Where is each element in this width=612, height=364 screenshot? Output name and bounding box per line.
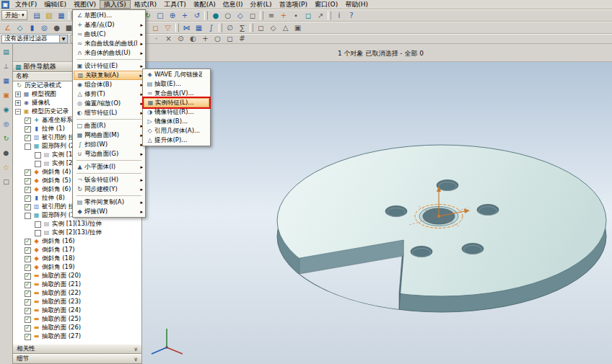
tree-row[interactable]: 抽取的面 (21) <box>13 280 141 289</box>
menu-information[interactable]: 信息(I) <box>219 0 247 9</box>
bolt-hole[interactable] <box>477 205 499 216</box>
menu-preferences[interactable]: 首选项(P) <box>276 0 311 9</box>
bolt-hole[interactable] <box>385 206 407 217</box>
history-palette-icon[interactable]: ↻ <box>1 133 12 143</box>
shell-icon[interactable]: ◻ <box>149 22 162 33</box>
trim-body-icon[interactable]: ▽ <box>162 22 174 33</box>
suppress-checkbox[interactable] <box>25 265 31 271</box>
menu-help[interactable]: 帮助(H) <box>341 0 372 9</box>
bolt-hole[interactable] <box>462 244 484 254</box>
insert-combine-bodies-item[interactable]: ◉ 组合体(B) ▸ <box>74 80 144 89</box>
insert-surface-item[interactable]: □ 曲面(R) ▸ <box>74 121 144 130</box>
snap-intersection-icon[interactable]: × <box>162 33 175 44</box>
insert-facet-body-item[interactable]: ▲ 小平面体(I) ▸ <box>74 162 144 172</box>
expander-icon[interactable] <box>15 109 21 115</box>
tree-row[interactable]: 抽取的面 (26) <box>13 324 141 332</box>
insert-sweep-item[interactable]: ∫ 扫掠(W) ▸ <box>74 140 144 149</box>
insert-datum-point-item[interactable]: + 基准/点(D) ▸ <box>74 20 144 30</box>
shaded-display-icon[interactable]: ● <box>209 10 222 21</box>
snap-on-face-icon[interactable]: ◻ <box>224 33 236 44</box>
details-section[interactable]: 细节 ∨ <box>13 354 141 364</box>
tree-row[interactable]: 倒斜角 (16) <box>13 237 141 246</box>
dependencies-section[interactable]: 相关性 ∨ <box>13 344 141 354</box>
graphics-window[interactable] <box>142 62 612 364</box>
tree-row[interactable]: 倒斜角 (19) <box>13 263 141 272</box>
menu-insert[interactable]: 插入(S) <box>100 0 131 9</box>
wireframe-display-icon[interactable]: ○ <box>222 10 234 21</box>
wave-geometry-linker-item[interactable]: ◈ WAVE 几何链接器(W)... ▸ <box>144 70 209 79</box>
new-file-icon[interactable]: ▤ <box>30 10 43 21</box>
suppress-checkbox[interactable] <box>25 169 31 176</box>
snap-existing-point-icon[interactable]: + <box>199 33 211 44</box>
extrude-icon[interactable]: ▮ <box>26 22 38 33</box>
tree-row[interactable]: 抽取的面 (27) <box>13 332 141 341</box>
suppress-checkbox[interactable] <box>25 135 31 141</box>
menu-tools[interactable]: 工具(T) <box>160 0 190 9</box>
promote-body-item[interactable]: △ 提升体(P)... ▸ <box>144 136 209 145</box>
start-button[interactable]: 开始·▾ <box>1 10 27 20</box>
snap-midpoint-icon[interactable]: · <box>150 33 162 44</box>
analysis-icon[interactable]: ∑ <box>236 22 248 33</box>
suppress-checkbox[interactable] <box>25 299 31 306</box>
pan-view-icon[interactable]: + <box>178 10 191 21</box>
constraint-navigator-icon[interactable]: ⊥ <box>1 61 12 71</box>
insert-sheet-metal-item[interactable]: ¬ 钣金特征(H) ▸ <box>74 175 144 185</box>
insert-detail-feature-item[interactable]: ◐ 细节特征(L) ▸ <box>74 108 144 117</box>
system-scenes-icon[interactable]: □ <box>1 177 12 187</box>
suppress-checkbox[interactable] <box>25 117 31 124</box>
suppress-checkbox[interactable] <box>35 221 41 228</box>
menu-analysis[interactable]: 分析(L) <box>247 0 276 9</box>
snap-arc-center-icon[interactable]: ⊙ <box>175 33 187 44</box>
insert-interpart-copy-item[interactable]: ▤ 零件间复制(A) ▸ <box>74 197 144 207</box>
roles-icon[interactable]: ◇ <box>1 162 12 172</box>
suppress-checkbox[interactable] <box>25 187 31 193</box>
suppress-checkbox[interactable] <box>25 308 31 314</box>
perspective-icon[interactable]: ◻ <box>246 10 258 21</box>
suppress-checkbox[interactable] <box>25 282 31 288</box>
tree-row[interactable]: 抽取的面 (23) <box>13 298 141 306</box>
orient-view-icon[interactable]: ◇ <box>234 10 246 21</box>
part-navigator-icon[interactable]: ▦ <box>1 76 12 86</box>
suppress-checkbox[interactable] <box>25 273 31 280</box>
measure-distance-icon[interactable]: ∅ <box>224 22 236 33</box>
model-viewport-canvas[interactable] <box>142 62 612 364</box>
tree-row[interactable]: 实例 [1](13)/拉伸 <box>13 220 141 228</box>
suppress-checkbox[interactable] <box>25 195 31 202</box>
vector-constructor-icon[interactable]: ↗ <box>314 10 326 21</box>
suppress-checkbox[interactable] <box>25 204 31 210</box>
suppress-checkbox[interactable] <box>25 256 31 262</box>
selection-filter-dropdown[interactable]: 没有选择过滤器 ▼ <box>1 35 68 43</box>
sweep-icon[interactable]: ∫ <box>205 22 217 33</box>
save-icon[interactable]: ▦ <box>55 10 67 21</box>
menu-view[interactable]: 视图(V) <box>70 0 100 9</box>
insert-sketch-item[interactable]: ∠ 草图(H)... ▸ <box>74 11 144 20</box>
instance-feature-item[interactable]: ▦ 实例特征(L)... ▸ <box>144 98 209 107</box>
isometric-view-icon[interactable]: ◇ <box>267 22 279 33</box>
point-constructor-icon[interactable]: ∙ <box>289 10 302 21</box>
suppress-checkbox[interactable] <box>35 152 41 159</box>
sketch-icon[interactable]: ∠ <box>1 22 14 33</box>
insert-associative-copy-item[interactable]: ▥ 关联复制(A) ▸ <box>74 71 144 80</box>
tree-row[interactable]: 抽取的面 (22) <box>13 289 141 298</box>
tree-row[interactable]: 抽取的面 (20) <box>13 272 141 280</box>
menu-file[interactable]: 文件(F) <box>12 0 40 9</box>
materials-icon[interactable]: ● <box>1 148 12 158</box>
suppress-checkbox[interactable] <box>25 334 31 340</box>
suppress-checkbox[interactable] <box>35 230 41 236</box>
web-browser-icon[interactable]: ◎ <box>1 119 12 129</box>
tree-row[interactable]: 抽取的面 (25) <box>13 315 141 324</box>
datum-plane-icon[interactable]: ◇ <box>14 22 26 33</box>
insert-trim-item[interactable]: △ 修剪(T) ▸ <box>74 89 144 99</box>
composite-curve-item[interactable]: ≈ 复合曲线(V)... ▸ <box>144 89 209 98</box>
insert-curve-from-bodies-item[interactable]: ∩ 来自体的曲线(U) ▸ <box>74 48 144 58</box>
front-view-icon[interactable]: ◻ <box>255 22 267 33</box>
insert-mesh-surface-item[interactable]: ▦ 网格曲面(M) ▸ <box>74 130 144 140</box>
referenced-geometry-item[interactable]: ◇ 引用几何体(A)... ▸ <box>144 126 209 136</box>
suppress-checkbox[interactable] <box>25 325 31 332</box>
suppress-checkbox[interactable] <box>25 290 31 297</box>
suppress-checkbox[interactable] <box>25 126 31 133</box>
suppress-checkbox[interactable] <box>25 178 31 185</box>
insert-flange-surface-item[interactable]: ∪ 弯边曲面(G) ▸ <box>74 149 144 159</box>
snap-quadrant-icon[interactable]: ◐ <box>187 33 199 44</box>
extract-item[interactable]: ▤ 抽取(E)... ▸ <box>144 79 209 89</box>
